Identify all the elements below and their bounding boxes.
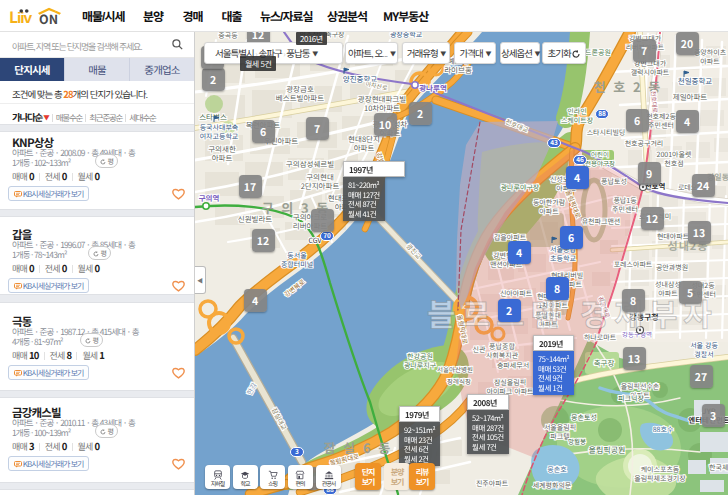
svg-text:망월봉: 망월봉 [568, 436, 586, 446]
svg-text:제일아파트: 제일아파트 [673, 91, 708, 102]
svg-text:주민센터: 주민센터 [648, 120, 674, 130]
svg-text:10차아파트: 10차아파트 [364, 102, 400, 113]
svg-text:천호공구거리: 천호공구거리 [625, 138, 664, 148]
svg-text:43: 43 [550, 137, 558, 147]
svg-text:천호점: 천호점 [664, 158, 683, 168]
svg-text:파크텔: 파크텔 [550, 431, 569, 441]
svg-text:주민센터: 주민센터 [612, 204, 638, 214]
svg-text:아파트: 아파트 [539, 206, 559, 216]
svg-text:88: 88 [598, 108, 606, 118]
svg-text:축구장: 축구장 [594, 357, 615, 368]
svg-text:송파세무서: 송파세무서 [497, 360, 529, 370]
svg-text:올림픽대로: 올림픽대로 [564, 188, 584, 219]
svg-text:경찰서: 경찰서 [694, 349, 713, 359]
svg-text:천호대교: 천호대교 [504, 116, 530, 135]
svg-text:잠실대교: 잠실대교 [270, 406, 290, 432]
svg-text:스타시티빌딩: 스타시티빌딩 [587, 127, 626, 137]
svg-text:강변북로: 강변북로 [282, 276, 307, 299]
svg-text:피크닉장: 피크닉장 [618, 393, 644, 403]
svg-text:포레스아파트: 포레스아파트 [614, 259, 653, 269]
svg-text:천일중학교: 천일중학교 [678, 75, 713, 86]
svg-text:베스트빌아파트: 베스트빌아파트 [276, 92, 324, 103]
svg-text:광진교: 광진교 [404, 241, 424, 261]
svg-text:3: 3 [295, 446, 299, 456]
svg-text:2단지아파트: 2단지아파트 [301, 180, 340, 191]
svg-text:장례식장: 장례식장 [447, 376, 471, 386]
svg-text:전용야구장: 전용야구장 [585, 158, 615, 168]
svg-text:신관: 신관 [473, 344, 486, 354]
svg-text:아차산로: 아차산로 [365, 79, 389, 92]
svg-text:46: 46 [576, 154, 584, 164]
svg-text:광나루지구: 광나루지구 [404, 360, 437, 370]
svg-text:종합터미널: 종합터미널 [281, 259, 313, 269]
svg-text:몽촌호: 몽촌호 [547, 464, 567, 474]
svg-text:아파트: 아파트 [700, 56, 720, 66]
svg-text:진주아파트: 진주아파트 [476, 478, 509, 488]
svg-text:광나루야구장: 광나루야구장 [501, 182, 540, 192]
svg-text:아파트: 아파트 [354, 142, 375, 153]
svg-text:한국체대: 한국체대 [709, 462, 728, 472]
svg-text:몽촌토성: 몽촌토성 [571, 412, 597, 422]
svg-text:88호수: 88호수 [653, 424, 674, 434]
svg-text:공안과병원: 공안과병원 [656, 262, 688, 272]
svg-text:한강: 한강 [244, 380, 259, 397]
svg-text:아파트: 아파트 [212, 152, 233, 163]
svg-text:드론공원: 드론공원 [585, 47, 611, 57]
svg-text:올림픽체조경기장: 올림픽체조경기장 [634, 473, 686, 483]
svg-text:광장중학교: 광장중학교 [390, 32, 423, 39]
svg-text:신원빌라트: 신원빌라트 [238, 213, 273, 224]
svg-text:스타벅스: 스타벅스 [199, 111, 227, 122]
svg-text:중곡동: 중곡동 [218, 32, 238, 40]
svg-text:올림픽공원: 올림픽공원 [589, 444, 626, 455]
svg-text:구의역: 구의역 [199, 192, 220, 203]
svg-text:초등학교: 초등학교 [550, 253, 576, 263]
svg-text:세계평화의문: 세계평화의문 [533, 480, 572, 490]
svg-text:현대아파트: 현대아파트 [657, 231, 690, 241]
svg-text:갤럭시아파트: 갤럭시아파트 [631, 67, 670, 77]
svg-text:서울아산병원: 서울아산병원 [437, 364, 473, 374]
svg-text:구의삼성쉐르빌: 구의삼성쉐르빌 [286, 158, 334, 169]
svg-text:유천파크맨션: 유천파크맨션 [582, 216, 621, 226]
svg-text:라이브홈: 라이브홈 [444, 64, 472, 75]
svg-text:사회복지관: 사회복지관 [486, 350, 519, 360]
svg-text:여자고등학교: 여자고등학교 [200, 131, 239, 141]
svg-text:스케이트장: 스케이트장 [561, 115, 594, 125]
svg-text:광나루역: 광나루역 [419, 82, 447, 93]
svg-text:70: 70 [323, 230, 331, 240]
svg-text:풍납토성: 풍납토성 [601, 176, 627, 186]
